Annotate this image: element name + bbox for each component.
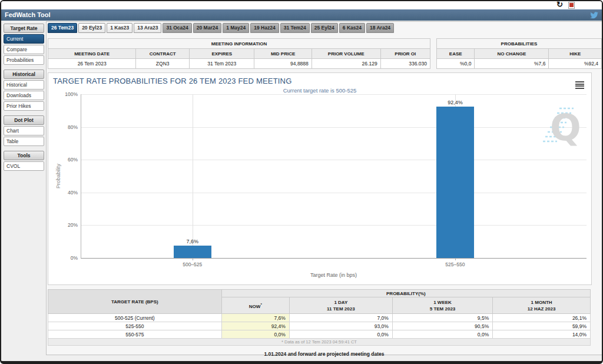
sidebar-item-chart[interactable]: Chart xyxy=(4,126,44,135)
tab-meeting-8[interactable]: 31 Tem24 xyxy=(280,23,310,33)
prior-volume-value: 26.129 xyxy=(312,59,380,69)
day-cell: 7,0% xyxy=(289,314,392,322)
watermark-q-glyph: Q xyxy=(550,106,581,146)
now-asterisk: * xyxy=(260,303,261,306)
hike-value: %92,4 xyxy=(549,59,602,69)
rate-cell: 500-525 (Current) xyxy=(48,314,222,322)
data-as-of-note: * Data as of 12 Tem 2023 04:59:41 CT xyxy=(48,339,591,346)
col-header-hike: HIKE xyxy=(549,49,602,59)
week-cell: 0,0% xyxy=(392,330,492,339)
col-header-prior-oi: PRIOR OI xyxy=(380,49,430,59)
tab-meeting-0[interactable]: 26 Tem23 xyxy=(48,23,77,33)
sidebar-item-current[interactable]: Current xyxy=(4,34,44,44)
sidebar: Target Rate Current Compare Probabilitie… xyxy=(4,24,44,171)
tab-meeting-3[interactable]: 13 Ara23 xyxy=(134,23,161,33)
tab-meeting-1[interactable]: 20 Eyl23 xyxy=(78,23,105,33)
col-header-1-week: 1 WEEK5 TEM 2023 xyxy=(392,297,492,314)
day-cell: 0,0% xyxy=(289,330,392,339)
pdf-red-badge xyxy=(569,3,574,7)
sidebar-item-historical[interactable]: Historical xyxy=(4,80,44,90)
sidebar-item-prior-hikes[interactable]: Prior Hikes xyxy=(4,101,44,111)
week-cell: 90,5% xyxy=(392,322,492,330)
mid-price-value: 94,8888 xyxy=(254,59,312,69)
day-cell: 93,0% xyxy=(289,322,392,330)
sidebar-item-table[interactable]: Table xyxy=(4,137,44,146)
rate-cell: 550-575 xyxy=(48,330,222,339)
y-axis-label: Probability xyxy=(55,164,61,188)
month-cell: 14,0% xyxy=(493,330,591,339)
sidebar-item-compare[interactable]: Compare xyxy=(4,45,44,54)
twitter-bird-glyph xyxy=(590,12,598,19)
chart-panel: TARGET RATE PROBABILITIES FOR 26 TEM 202… xyxy=(48,72,592,285)
now-label: NOW xyxy=(249,303,261,309)
sidebar-header-dot-plot[interactable]: Dot Plot xyxy=(4,115,44,125)
tab-meeting-10[interactable]: 6 Kas24 xyxy=(339,23,365,33)
period-date: 11 TEM 2023 xyxy=(290,306,392,312)
sidebar-header-tools[interactable]: Tools xyxy=(4,151,44,160)
rate-column-header: TARGET RATE (BPS) xyxy=(48,290,222,314)
ease-value: %0,0 xyxy=(437,59,475,69)
sidebar-item-probabilities[interactable]: Probabilities xyxy=(4,55,44,65)
no-change-value: %7,6 xyxy=(475,59,549,69)
bar-group-525-550: 92,4% xyxy=(436,94,474,258)
x-tick-label: 525–550 xyxy=(445,262,465,267)
gridline-horizontal xyxy=(81,94,587,95)
y-tick-label: 60% xyxy=(68,157,78,163)
col-header-contract: CONTRACT xyxy=(136,49,190,59)
refresh-icon[interactable]: ↻ xyxy=(556,0,563,9)
x-axis-tick xyxy=(193,258,193,260)
contract-value: ZQN3 xyxy=(136,59,190,69)
col-header-1-day: 1 DAY11 TEM 2023 xyxy=(289,297,392,314)
bar-525-550[interactable] xyxy=(436,107,474,258)
tab-meeting-2[interactable]: 1 Kas23 xyxy=(107,23,132,33)
meeting-information-table: MEETING INFORMATION MEETING DATE CONTRAC… xyxy=(48,38,430,69)
tab-meeting-4[interactable]: 31 Oca24 xyxy=(163,23,191,33)
bar-group-500-525: 7,6% xyxy=(174,94,211,258)
fedwatch-tool-window: ↻ FedWatch Tool Target Rate Current Comp… xyxy=(0,0,603,364)
period-label: 1 DAY xyxy=(290,299,392,306)
gridline-horizontal xyxy=(81,160,587,160)
meeting-info-title: MEETING INFORMATION xyxy=(48,39,430,49)
tab-meeting-5[interactable]: 20 Mar24 xyxy=(193,23,221,33)
table-footnote-row: * Data as of 12 Tem 2023 04:59:41 CT xyxy=(48,339,591,346)
y-tick-label: 80% xyxy=(68,124,78,130)
probability-detail-table: TARGET RATE (BPS) PROBABILITY(%) NOW* 1 … xyxy=(48,289,591,346)
month-cell: 26,1% xyxy=(493,314,591,322)
tab-meeting-9[interactable]: 25 Eyl24 xyxy=(311,23,338,33)
sidebar-header-target-rate[interactable]: Target Rate xyxy=(4,24,44,33)
now-cell: 7,6% xyxy=(221,314,289,322)
now-cell: 92,4% xyxy=(221,322,289,330)
expires-value: 31 Tem 2023 xyxy=(190,59,254,69)
bar-value-label: 92,4% xyxy=(448,100,463,105)
app-title: FedWatch Tool xyxy=(5,11,51,18)
meeting-date-value: 26 Tem 2023 xyxy=(48,59,136,69)
table-row: 550-575 0,0% 0,0% 0,0% 14,0% xyxy=(48,330,591,339)
sidebar-header-historical[interactable]: Historical xyxy=(4,70,44,79)
tab-meeting-7[interactable]: 19 Haz24 xyxy=(250,23,279,33)
meeting-info-row: 26 Tem 2023 ZQN3 31 Tem 2023 94,8888 26.… xyxy=(48,59,430,69)
x-tick-label: 500–525 xyxy=(183,262,202,267)
y-tick-label: 40% xyxy=(68,190,78,196)
sidebar-item-cvol[interactable]: CVOL xyxy=(4,161,44,171)
col-header-mid-price: MID PRICE xyxy=(254,49,312,59)
y-tick-label: 100% xyxy=(65,91,78,97)
tab-meeting-11[interactable]: 18 Ara24 xyxy=(366,23,394,33)
pdf-export-icon[interactable] xyxy=(568,2,575,9)
tab-meeting-6[interactable]: 1 May24 xyxy=(223,23,249,33)
now-cell: 0,0% xyxy=(221,330,289,339)
chart-subtitle: Current target rate is 500-525 xyxy=(48,87,591,94)
period-label: 1 MONTH xyxy=(493,299,590,306)
table-row: 500-525 (Current) 7,6% 7,0% 9,5% 26,1% xyxy=(48,314,591,322)
col-header-prior-volume: PRIOR VOLUME xyxy=(312,49,380,59)
probabilities-summary-row: %0,0 %7,6 %92,4 xyxy=(437,59,602,69)
col-header-meeting-date: MEETING DATE xyxy=(48,49,136,59)
month-cell: 59,9% xyxy=(493,322,591,330)
app-title-bar: FedWatch Tool xyxy=(1,9,602,21)
meeting-tabs: 26 Tem23 20 Eyl23 1 Kas23 13 Ara23 31 Oc… xyxy=(48,23,394,33)
gridline-horizontal xyxy=(81,127,587,128)
bar-500-525[interactable] xyxy=(174,246,211,258)
browser-chrome-strip: ↻ xyxy=(1,1,602,9)
y-tick-label: 20% xyxy=(68,222,78,228)
sidebar-item-downloads[interactable]: Downloads xyxy=(4,91,44,100)
projected-dates-note: 1.01.2024 and forward are projected meet… xyxy=(47,351,602,357)
